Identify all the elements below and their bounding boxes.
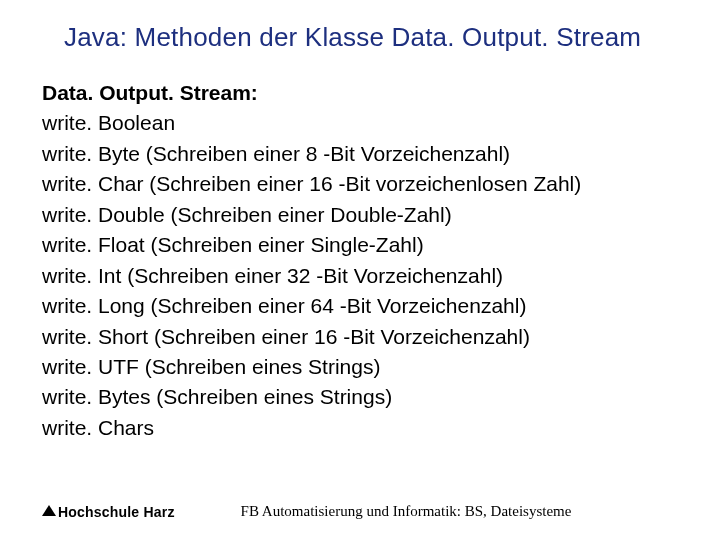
method-line: write. Chars xyxy=(42,413,680,443)
method-line: write. Float (Schreiben einer Single-Zah… xyxy=(42,230,680,260)
triangle-icon xyxy=(42,505,56,516)
slide-body: Data. Output. Stream: write. Boolean wri… xyxy=(42,78,680,443)
method-line: write. Bytes (Schreiben eines Strings) xyxy=(42,382,680,412)
class-heading: Data. Output. Stream: xyxy=(42,78,680,108)
method-line: write. UTF (Schreiben eines Strings) xyxy=(42,352,680,382)
method-line: write. Short (Schreiben einer 16 -Bit Vo… xyxy=(42,322,680,352)
method-line: write. Boolean xyxy=(42,108,680,138)
method-line: write. Double (Schreiben einer Double-Za… xyxy=(42,200,680,230)
method-line: write. Long (Schreiben einer 64 -Bit Vor… xyxy=(42,291,680,321)
footer-text: FB Automatisierung und Informatik: BS, D… xyxy=(241,503,572,520)
method-line: write. Char (Schreiben einer 16 -Bit vor… xyxy=(42,169,680,199)
method-line: write. Int (Schreiben einer 32 -Bit Vorz… xyxy=(42,261,680,291)
logo-text: Hochschule Harz xyxy=(58,504,175,520)
slide: Java: Methoden der Klasse Data. Output. … xyxy=(0,0,720,540)
method-line: write. Byte (Schreiben einer 8 -Bit Vorz… xyxy=(42,139,680,169)
slide-title: Java: Methoden der Klasse Data. Output. … xyxy=(64,22,680,53)
slide-footer: Hochschule Harz FB Automatisierung und I… xyxy=(42,503,680,520)
hochschule-harz-logo: Hochschule Harz xyxy=(42,504,175,520)
